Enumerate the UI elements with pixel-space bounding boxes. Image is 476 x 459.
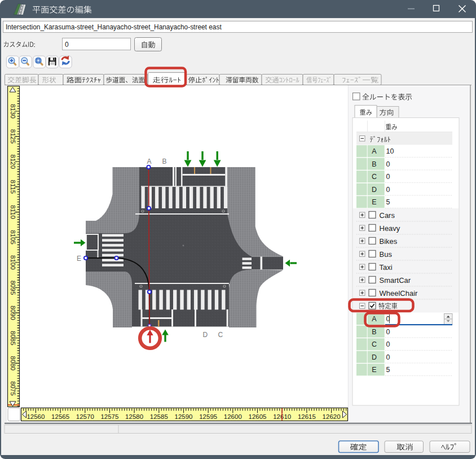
svg-text:B: B [372, 160, 376, 168]
svg-text:8115: 8115 [10, 180, 16, 194]
svg-text:8095: 8095 [10, 281, 16, 295]
svg-text:Taxi: Taxi [380, 263, 393, 272]
svg-text:A: A [147, 158, 152, 165]
svg-text:12600: 12600 [224, 413, 242, 420]
svg-text:E: E [372, 198, 376, 206]
svg-text:12570: 12570 [76, 413, 94, 420]
svg-text:8125: 8125 [10, 129, 16, 144]
svg-text:12580: 12580 [125, 413, 143, 420]
svg-text:D: D [203, 331, 208, 339]
svg-text:8080: 8080 [10, 356, 16, 371]
svg-text:0: 0 [65, 41, 69, 49]
svg-text:D: D [372, 353, 377, 361]
svg-text:8085: 8085 [10, 331, 16, 346]
svg-text:0: 0 [386, 328, 390, 336]
svg-text:12575: 12575 [100, 413, 118, 420]
svg-text:8105: 8105 [10, 230, 16, 244]
svg-text:WheelChair: WheelChair [380, 289, 418, 298]
svg-text:8110: 8110 [10, 205, 16, 219]
svg-text:D: D [372, 186, 377, 194]
svg-text:12590: 12590 [175, 413, 193, 420]
svg-text:12595: 12595 [199, 413, 217, 420]
svg-text:8100: 8100 [10, 255, 16, 270]
svg-text:0: 0 [386, 186, 390, 194]
svg-text:8090: 8090 [10, 305, 16, 320]
svg-text:12620: 12620 [323, 413, 341, 420]
svg-text:SmartCar: SmartCar [380, 276, 411, 285]
svg-text:C: C [372, 340, 377, 348]
svg-text:E: E [372, 366, 376, 374]
svg-text:12585: 12585 [150, 413, 168, 420]
svg-text:0: 0 [386, 160, 390, 168]
svg-text:12560: 12560 [27, 413, 45, 420]
svg-text:12605: 12605 [249, 413, 267, 420]
svg-text:Bikes: Bikes [380, 237, 398, 246]
svg-text:0: 0 [386, 173, 390, 181]
svg-text:8075: 8075 [10, 381, 16, 396]
svg-text:8120: 8120 [10, 155, 16, 169]
svg-text:C: C [372, 173, 377, 181]
svg-text:A: A [372, 147, 377, 155]
svg-text:Intersection_Karasuma-street_H: Intersection_Karasuma-street_Hanayacho-s… [6, 23, 222, 31]
svg-text:Cars: Cars [380, 211, 395, 220]
svg-text:A: A [372, 315, 377, 323]
svg-text:C: C [218, 331, 223, 339]
svg-text:5: 5 [386, 198, 390, 206]
svg-text:Bus: Bus [380, 250, 393, 259]
svg-text:E: E [77, 255, 81, 263]
svg-text:5: 5 [386, 366, 390, 374]
svg-text:0: 0 [386, 353, 390, 361]
svg-text:8130: 8130 [10, 104, 16, 119]
svg-text:Heavy: Heavy [380, 224, 400, 233]
svg-text:10: 10 [386, 147, 394, 155]
svg-text:B: B [162, 158, 167, 165]
svg-text:12615: 12615 [298, 413, 316, 420]
svg-text:0: 0 [386, 340, 390, 348]
svg-text:12565: 12565 [51, 413, 69, 420]
svg-text:B: B [372, 328, 376, 336]
